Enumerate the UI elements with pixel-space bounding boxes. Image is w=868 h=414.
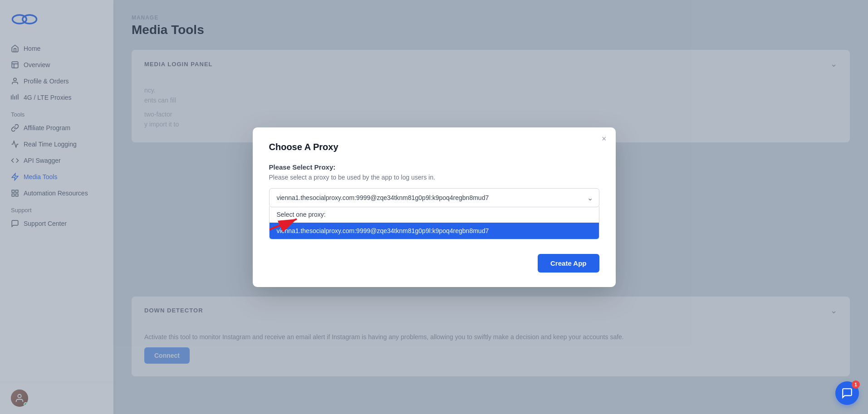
choose-proxy-modal: × Choose A Proxy Please Select Proxy: Pl…: [253, 127, 616, 287]
dropdown-option-vienna[interactable]: vienna1.thesocialproxy.com:9999@zqe34tkn…: [270, 223, 599, 239]
dropdown-option-placeholder[interactable]: Select one proxy:: [270, 206, 599, 223]
chat-badge: 1: [852, 380, 860, 389]
dropdown-options-list: Select one proxy: vienna1.thesocialproxy…: [269, 206, 599, 239]
chat-widget[interactable]: 1: [835, 381, 859, 405]
modal-overlay: × Choose A Proxy Please Select Proxy: Pl…: [0, 0, 868, 414]
create-app-button[interactable]: Create App: [538, 254, 599, 273]
proxy-select-wrapper: Select one proxy: vienna1.thesocialproxy…: [269, 188, 599, 207]
modal-close-button[interactable]: ×: [602, 135, 607, 143]
proxy-select[interactable]: Select one proxy: vienna1.thesocialproxy…: [269, 188, 599, 207]
modal-footer: Create App: [269, 254, 599, 273]
proxy-select-description: Please select a proxy to be used by the …: [269, 174, 599, 181]
modal-title: Choose A Proxy: [269, 142, 599, 152]
chat-icon: [841, 387, 853, 399]
proxy-select-label: Please Select Proxy:: [269, 163, 599, 171]
